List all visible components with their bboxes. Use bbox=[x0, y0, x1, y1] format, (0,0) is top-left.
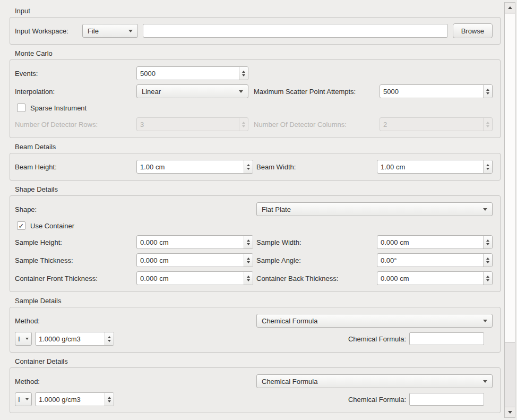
spin-buttons[interactable] bbox=[244, 160, 253, 173]
input-workspace-type-combo[interactable]: File bbox=[82, 24, 138, 38]
sample-thickness-spinbox[interactable] bbox=[136, 253, 253, 267]
scroll-up-icon bbox=[508, 6, 512, 9]
spin-buttons[interactable] bbox=[239, 67, 248, 80]
sample-width-spinbox[interactable] bbox=[377, 235, 493, 249]
spin-down-icon[interactable] bbox=[486, 261, 489, 263]
spin-down-icon[interactable] bbox=[108, 340, 111, 342]
container-front-thickness-spinbox[interactable] bbox=[136, 271, 253, 285]
scrollbar-thumb[interactable] bbox=[505, 14, 515, 342]
spin-down-icon[interactable] bbox=[486, 279, 489, 281]
container-density-spinbox[interactable] bbox=[35, 392, 114, 406]
detector-cols-spinbox bbox=[380, 117, 493, 131]
container-density-type-value: I bbox=[18, 396, 20, 404]
detector-rows-label: Number Of Detector Rows: bbox=[15, 121, 136, 128]
spin-up-icon[interactable] bbox=[247, 258, 250, 260]
spin-up-icon[interactable] bbox=[247, 164, 250, 166]
spin-up-icon[interactable] bbox=[242, 71, 245, 73]
spin-down-icon[interactable] bbox=[247, 279, 250, 281]
sample-width-label: Sample Width: bbox=[256, 238, 377, 246]
spin-buttons[interactable] bbox=[244, 236, 253, 248]
sample-density-type-combo[interactable]: I bbox=[15, 332, 32, 346]
spin-buttons[interactable] bbox=[483, 236, 492, 248]
beam-width-value[interactable] bbox=[377, 160, 483, 173]
spin-buttons[interactable] bbox=[105, 332, 114, 345]
sample-details-group: Method: Chemical Formula I Chemical Form… bbox=[10, 307, 501, 353]
spin-up-icon[interactable] bbox=[247, 239, 250, 242]
container-back-thickness-spinbox[interactable] bbox=[377, 271, 493, 285]
spin-down-icon bbox=[486, 125, 489, 127]
use-container-checkbox[interactable]: ✓ bbox=[17, 221, 25, 230]
shape-combo[interactable]: Flat Plate bbox=[256, 202, 493, 216]
spin-buttons[interactable] bbox=[483, 272, 492, 285]
spin-down-icon[interactable] bbox=[108, 400, 111, 402]
sample-angle-spinbox[interactable] bbox=[377, 253, 493, 267]
sample-height-spinbox[interactable] bbox=[136, 235, 253, 249]
chevron-down-icon bbox=[25, 338, 29, 340]
sample-density-value[interactable] bbox=[36, 332, 105, 345]
spin-up-icon[interactable] bbox=[247, 276, 250, 278]
container-method-value: Chemical Formula bbox=[262, 378, 317, 385]
spin-up-icon[interactable] bbox=[486, 258, 489, 260]
events-spinbox[interactable] bbox=[136, 66, 248, 80]
sample-angle-label: Sample Angle: bbox=[256, 256, 377, 264]
sparse-instrument-checkbox[interactable] bbox=[17, 104, 25, 112]
interpolation-combo[interactable]: Linear bbox=[136, 84, 248, 98]
container-density-type-combo[interactable]: I bbox=[15, 392, 32, 406]
spin-buttons[interactable] bbox=[244, 272, 253, 285]
spin-down-icon[interactable] bbox=[247, 243, 250, 245]
input-file-field[interactable] bbox=[143, 24, 448, 38]
spin-up-icon[interactable] bbox=[486, 164, 489, 166]
sample-width-value[interactable] bbox=[377, 236, 483, 248]
sample-height-value[interactable] bbox=[137, 236, 244, 248]
container-density-value[interactable] bbox=[36, 393, 105, 406]
input-workspace-label: Input Workspace: bbox=[15, 27, 82, 35]
vertical-scrollbar[interactable] bbox=[504, 2, 515, 418]
sample-density-type-value: I bbox=[18, 335, 20, 343]
beam-width-spinbox[interactable] bbox=[377, 160, 493, 174]
scroll-down-button[interactable] bbox=[505, 407, 515, 417]
absorption-settings-window: { "icons": { "check": "✓" }, "groups": {… bbox=[0, 0, 517, 420]
sample-method-combo[interactable]: Chemical Formula bbox=[256, 314, 493, 328]
spin-down-icon[interactable] bbox=[486, 92, 489, 95]
spin-down-icon[interactable] bbox=[486, 168, 489, 170]
detector-rows-spinbox bbox=[136, 117, 248, 131]
sample-density-spinbox[interactable] bbox=[35, 332, 114, 346]
detector-rows-value bbox=[137, 118, 239, 131]
beam-details-group-title: Beam Details bbox=[15, 143, 501, 151]
sample-chemical-formula-field[interactable] bbox=[409, 332, 484, 345]
sample-thickness-value[interactable] bbox=[137, 254, 244, 267]
spin-down-icon[interactable] bbox=[247, 168, 250, 170]
scroll-down-icon bbox=[508, 411, 512, 414]
spin-down-icon[interactable] bbox=[247, 261, 250, 263]
container-method-combo[interactable]: Chemical Formula bbox=[256, 374, 493, 388]
beam-height-spinbox[interactable] bbox=[136, 160, 253, 174]
spin-buttons[interactable] bbox=[483, 160, 492, 173]
spin-buttons[interactable] bbox=[105, 393, 114, 406]
spin-down-icon[interactable] bbox=[242, 74, 245, 76]
shape-label: Shape: bbox=[15, 205, 256, 213]
container-back-thickness-value[interactable] bbox=[377, 272, 483, 285]
container-details-group-title: Container Details bbox=[15, 357, 501, 365]
sample-angle-value[interactable] bbox=[377, 254, 483, 267]
beam-height-value[interactable] bbox=[137, 160, 244, 173]
spin-up-icon[interactable] bbox=[108, 336, 111, 338]
spin-up-icon[interactable] bbox=[108, 397, 111, 399]
container-chemical-formula-field[interactable] bbox=[409, 393, 484, 406]
spin-down-icon[interactable] bbox=[486, 243, 489, 245]
browse-button[interactable]: Browse bbox=[453, 23, 493, 38]
chevron-down-icon bbox=[25, 398, 29, 400]
detector-cols-label: Number Of Detector Columns: bbox=[254, 121, 380, 128]
container-back-thickness-label: Container Back Thickness: bbox=[256, 275, 377, 282]
spin-up-icon[interactable] bbox=[486, 89, 489, 91]
events-value[interactable] bbox=[137, 67, 239, 80]
spin-buttons[interactable] bbox=[483, 85, 492, 98]
max-scatter-value[interactable] bbox=[380, 85, 483, 98]
spin-up-icon[interactable] bbox=[486, 239, 489, 242]
max-scatter-spinbox[interactable] bbox=[380, 84, 493, 98]
spin-buttons[interactable] bbox=[483, 254, 492, 267]
container-front-thickness-value[interactable] bbox=[137, 272, 244, 285]
container-chemical-formula-label: Chemical Formula: bbox=[348, 396, 406, 404]
scroll-up-button[interactable] bbox=[505, 3, 515, 13]
spin-up-icon[interactable] bbox=[486, 276, 489, 278]
spin-buttons[interactable] bbox=[244, 254, 253, 267]
